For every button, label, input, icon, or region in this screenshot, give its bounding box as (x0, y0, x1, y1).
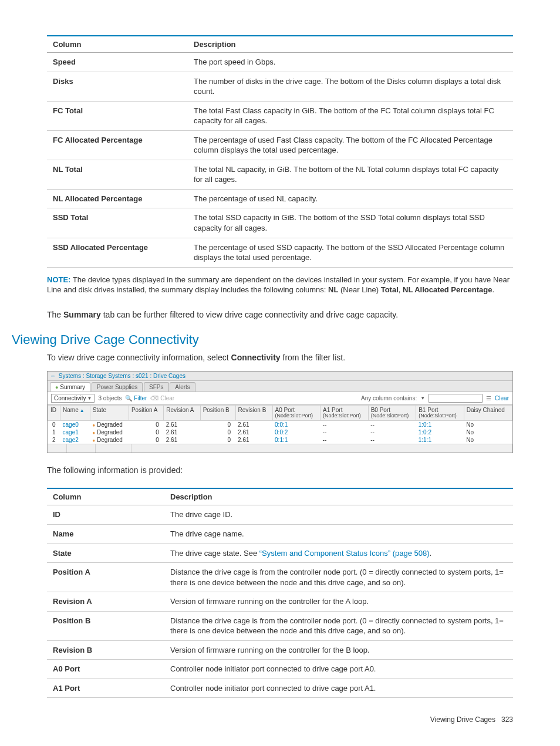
cell-state: Degraded (90, 436, 129, 444)
table2-header-description: Description (164, 488, 513, 505)
cell-state: Degraded (90, 420, 129, 428)
cell-daisy: No (464, 428, 512, 436)
grid-row[interactable]: 0cage0Degraded02.6102.610:0:1----1:0:1No (48, 420, 512, 428)
filter-link[interactable]: 🔍 Filter (125, 395, 147, 401)
column-name: NL Total (47, 160, 188, 189)
column-name: SSD Allocated Percentage (47, 238, 188, 267)
table-row: NameThe drive cage name. (47, 524, 513, 544)
cell-id: 2 (48, 436, 60, 444)
chevron-down-icon[interactable]: ▼ (420, 396, 425, 401)
toolbar: Connectivity ▼ 3 objects 🔍 Filter ⌫ Clea… (48, 392, 512, 405)
tab-sfps[interactable]: SFPs (144, 382, 168, 391)
column-name: FC Total (47, 101, 188, 130)
col-b1-port[interactable]: B1 Port(Node:Slot:Port) (416, 405, 464, 420)
grid-row[interactable]: 1cage1Degraded02.6102.610:0:2----1:0:2No (48, 428, 512, 436)
table-row: IDThe drive cage ID. (47, 505, 513, 525)
column-desc: The drive cage ID. (164, 505, 513, 525)
search-input[interactable] (429, 394, 483, 403)
column-desc: The number of disks in the drive cage. T… (188, 72, 513, 101)
column-desc: The drive cage state. See “System and Co… (164, 544, 513, 563)
table-row: A1 PortController node initiator port co… (47, 679, 513, 698)
column-desc: The drive cage name. (164, 524, 513, 544)
connectivity-intro: To view drive cage connectivity informat… (47, 352, 513, 364)
connectivity-grid: ID Name▲ State Position A Revision A Pos… (48, 405, 512, 444)
table-row: SSD Allocated PercentageThe percentage o… (47, 238, 513, 267)
col-a1-port[interactable]: A1 Port(Node:Slot:Port) (321, 405, 369, 420)
column-description-table-2: Column Description IDThe drive cage ID.N… (47, 488, 513, 698)
column-name: Name (47, 524, 164, 544)
tabs-bar: ● Summary Power Supplies SFPs Alerts (48, 381, 512, 392)
column-name: Position B (47, 611, 164, 640)
cell-b1: 1:0:1 (416, 420, 464, 428)
breadcrumb: ⎓ Systems : Storage Systems : s021 : Dri… (48, 372, 512, 381)
cell-revA: 2.61 (164, 420, 200, 428)
drive-cages-panel: ⎓ Systems : Storage Systems : s021 : Dri… (47, 371, 513, 453)
column-name: A0 Port (47, 660, 164, 679)
table-row: A0 PortController node initiator port co… (47, 660, 513, 679)
table-row: SpeedThe port speed in Gbps. (47, 53, 513, 72)
table-row: Revision AVersion of firmware running on… (47, 592, 513, 612)
cell-daisy: No (464, 436, 512, 444)
column-name: ID (47, 505, 164, 525)
column-desc: The total SSD capacity in GiB. The botto… (188, 208, 513, 238)
column-desc: The total NL capacity, in GiB. The botto… (188, 160, 513, 189)
grid-row[interactable]: 2cage2Degraded02.6102.610:1:1----1:1:1No (48, 436, 512, 444)
cross-ref-link[interactable]: “System and Component Status Icons” (pag… (259, 549, 430, 558)
col-id[interactable]: ID (48, 405, 60, 420)
column-desc: The percentage of used NL capacity. (188, 189, 513, 208)
column-name: Position A (47, 563, 164, 592)
cell-name: cage1 (60, 428, 90, 436)
col-revision-b[interactable]: Revision B (235, 405, 272, 420)
cell-posB: 0 (200, 420, 235, 428)
column-desc: Version of firmware running on the contr… (164, 592, 513, 612)
cell-state: Degraded (90, 428, 129, 436)
note-label: NOTE: (47, 275, 70, 284)
tree-icon: ⎓ (51, 373, 57, 379)
col-position-b[interactable]: Position B (200, 405, 235, 420)
grid-icon[interactable]: ☰ (486, 395, 491, 401)
cell-revB: 2.61 (235, 420, 272, 428)
table-row: NL Allocated PercentageThe percentage of… (47, 189, 513, 208)
col-position-a[interactable]: Position A (129, 405, 163, 420)
following-info: The following information is provided: (47, 465, 513, 477)
clear-icon: ⌫ (150, 395, 158, 401)
column-desc: The port speed in Gbps. (188, 53, 513, 72)
col-a0-port[interactable]: A0 Port(Node:Slot:Port) (272, 405, 321, 420)
section-heading: Viewing Drive Cage Connectivity (12, 332, 513, 347)
note-text-2: (Near Line) (338, 285, 380, 294)
table-row: DisksThe number of disks in the drive ca… (47, 72, 513, 101)
col-name[interactable]: Name▲ (60, 405, 90, 420)
col-b0-port[interactable]: B0 Port(Node:Slot:Port) (368, 405, 416, 420)
cell-id: 0 (48, 420, 60, 428)
table-row: StateThe drive cage state. See “System a… (47, 544, 513, 563)
column-desc: Distance the drive cage is from the cont… (164, 611, 513, 640)
filter-select[interactable]: Connectivity ▼ (51, 394, 95, 403)
column-desc: Controller node initiator port connected… (164, 679, 513, 698)
cell-posB: 0 (200, 436, 235, 444)
table-row: FC TotalThe total Fast Class capacity in… (47, 101, 513, 130)
grid-scrollbar[interactable] (48, 444, 512, 453)
column-desc: Distance the drive cage is from the cont… (164, 563, 513, 592)
column-desc: Version of firmware running on the contr… (164, 640, 513, 660)
col-revision-a[interactable]: Revision A (164, 405, 200, 420)
tab-summary[interactable]: ● Summary (50, 382, 90, 391)
clear-link[interactable]: ⌫ Clear (150, 395, 174, 401)
filter-icon: 🔍 (125, 395, 132, 401)
tab-alerts[interactable]: Alerts (170, 382, 195, 391)
col-state[interactable]: State (90, 405, 129, 420)
note-bold-3: NL Allocated Percentage (403, 285, 492, 294)
object-count: 3 objects (98, 395, 122, 401)
table-row: Position ADistance the drive cage is fro… (47, 563, 513, 592)
clear-search-link[interactable]: Clear (495, 395, 509, 401)
table-row: Position BDistance the drive cage is fro… (47, 611, 513, 640)
col-daisy[interactable]: Daisy Chained (464, 405, 512, 420)
cell-revB: 2.61 (235, 428, 272, 436)
cell-posA: 0 (129, 428, 163, 436)
column-desc: The total Fast Class capacity in GiB. Th… (188, 101, 513, 130)
cell-a0: 0:0:1 (272, 420, 321, 428)
cell-b1: 1:1:1 (416, 436, 464, 444)
cell-b0: -- (368, 420, 416, 428)
column-name: FC Allocated Percentage (47, 130, 188, 160)
column-name: State (47, 544, 164, 563)
tab-power-supplies[interactable]: Power Supplies (92, 382, 143, 391)
